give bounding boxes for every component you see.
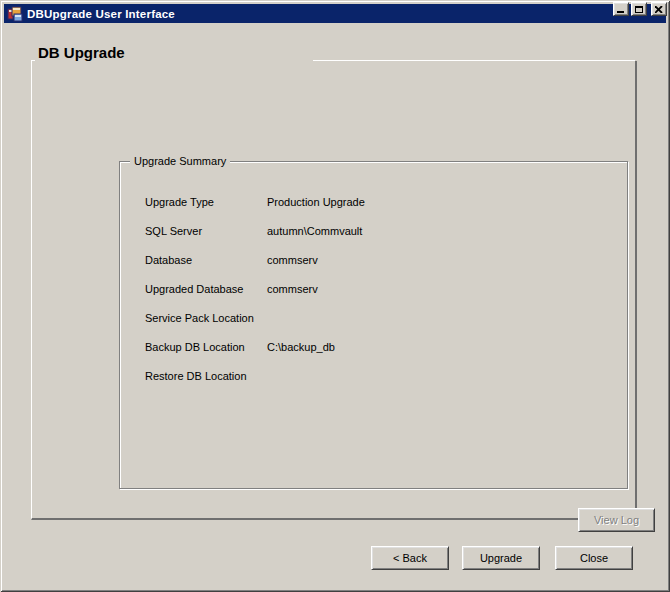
- close-icon: [655, 6, 663, 13]
- summary-row-label: SQL Server: [145, 225, 267, 237]
- summary-row: Databasecommserv: [145, 245, 617, 274]
- window-title: DBUpgrade User Interface: [27, 8, 175, 20]
- view-log-button[interactable]: View Log: [578, 508, 655, 532]
- back-button[interactable]: < Back: [371, 546, 449, 570]
- main-panel: Upgrade Summary Upgrade TypeProduction U…: [31, 61, 637, 520]
- close-button[interactable]: [651, 2, 667, 16]
- summary-row-label: Service Pack Location: [145, 312, 267, 324]
- summary-row-value: Production Upgrade: [267, 196, 365, 208]
- summary-row: SQL Serverautumn\Commvault: [145, 216, 617, 245]
- summary-row-value: commserv: [267, 283, 318, 295]
- summary-row-label: Backup DB Location: [145, 341, 267, 353]
- caption-buttons: [613, 2, 667, 16]
- summary-row: Restore DB Location: [145, 361, 617, 390]
- summary-row: Upgrade TypeProduction Upgrade: [145, 187, 617, 216]
- maximize-button[interactable]: [631, 2, 647, 16]
- summary-row-label: Database: [145, 254, 267, 266]
- minimize-icon: [617, 11, 624, 13]
- summary-row-value: C:\backup_db: [267, 341, 335, 353]
- summary-row: Upgraded Databasecommserv: [145, 274, 617, 303]
- summary-row: Backup DB LocationC:\backup_db: [145, 332, 617, 361]
- summary-row-label: Upgrade Type: [145, 196, 267, 208]
- close-dialog-button[interactable]: Close: [555, 546, 633, 570]
- application-icon: [7, 6, 23, 22]
- minimize-button[interactable]: [613, 2, 629, 16]
- summary-row: Service Pack Location: [145, 303, 617, 332]
- upgrade-summary-groupbox: Upgrade Summary Upgrade TypeProduction U…: [119, 161, 628, 489]
- maximize-icon: [635, 6, 643, 13]
- upgrade-button[interactable]: Upgrade: [462, 546, 540, 570]
- groupbox-title: Upgrade Summary: [130, 155, 230, 168]
- title-bar[interactable]: DBUpgrade User Interface: [4, 4, 666, 23]
- summary-rows: Upgrade TypeProduction UpgradeSQL Server…: [145, 187, 617, 390]
- summary-row-value: autumn\Commvault: [267, 225, 362, 237]
- summary-row-label: Restore DB Location: [145, 370, 267, 382]
- summary-row-label: Upgraded Database: [145, 283, 267, 295]
- summary-row-value: commserv: [267, 254, 318, 266]
- page-title: DB Upgrade: [38, 44, 131, 61]
- dialog-window: DBUpgrade User Interface DB Upgrade Upgr…: [0, 0, 670, 592]
